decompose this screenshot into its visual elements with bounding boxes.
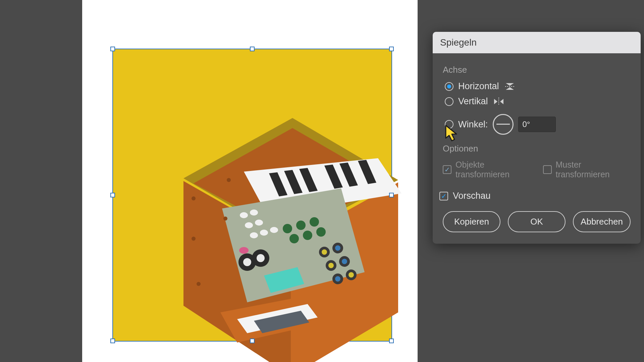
selection-handle[interactable] [110, 193, 115, 197]
svg-point-34 [250, 232, 258, 238]
checkbox-preview[interactable] [439, 192, 448, 200]
svg-point-13 [296, 221, 306, 230]
svg-point-32 [245, 222, 253, 228]
artboard [82, 0, 418, 362]
selected-artwork[interactable] [112, 49, 392, 342]
svg-point-16 [303, 231, 312, 240]
angle-label: Winkel: [458, 119, 488, 130]
svg-point-49 [227, 178, 231, 182]
selection-handle[interactable] [110, 47, 115, 51]
synth-illustration [143, 98, 422, 362]
transform-patterns-label: Muster transformieren [556, 160, 631, 179]
ok-button[interactable]: OK [508, 211, 566, 232]
axis-vertical-row[interactable]: Vertikal [445, 96, 631, 107]
svg-point-35 [260, 230, 268, 236]
copy-button[interactable]: Kopieren [443, 211, 500, 232]
svg-point-31 [250, 209, 258, 216]
selection-handle[interactable] [389, 193, 394, 197]
selection-handle[interactable] [389, 47, 394, 51]
svg-point-41 [239, 247, 249, 254]
vertical-label: Vertikal [458, 96, 488, 107]
selection-handle[interactable] [250, 47, 255, 51]
svg-point-29 [335, 276, 340, 282]
vertical-axis-icon [493, 97, 505, 106]
radio-angle[interactable] [445, 120, 453, 129]
svg-marker-51 [506, 83, 514, 86]
options-section-label: Optionen [443, 143, 631, 154]
svg-marker-53 [506, 87, 514, 90]
radio-vertical[interactable] [445, 97, 453, 106]
svg-point-14 [310, 217, 319, 227]
svg-point-38 [243, 258, 251, 266]
svg-point-36 [270, 227, 278, 233]
svg-point-30 [240, 212, 248, 218]
axis-section-label: Achse [443, 65, 631, 75]
svg-point-12 [283, 224, 292, 233]
selection-handle[interactable] [389, 339, 394, 343]
svg-point-26 [348, 272, 354, 278]
horizontal-axis-icon [504, 82, 516, 91]
preview-row[interactable]: Vorschau [439, 191, 631, 201]
svg-point-28 [342, 259, 347, 264]
svg-point-25 [328, 263, 334, 268]
svg-marker-56 [500, 99, 503, 104]
reflect-dialog: Spiegeln Achse Horizontal Vertikal Winke… [433, 32, 641, 244]
transform-objects-label: Objekte transformieren [455, 160, 534, 179]
svg-point-17 [316, 227, 326, 237]
preview-label: Vorschau [453, 191, 491, 201]
axis-angle-row[interactable]: Winkel: [445, 114, 631, 135]
checkbox-transform-patterns [543, 165, 552, 174]
svg-point-24 [322, 249, 327, 255]
svg-point-47 [192, 237, 196, 241]
svg-point-46 [192, 196, 196, 200]
svg-point-50 [223, 217, 227, 221]
svg-point-27 [335, 245, 340, 251]
svg-point-15 [289, 234, 299, 243]
selection-handle[interactable] [110, 339, 115, 343]
svg-point-40 [257, 254, 265, 262]
axis-horizontal-row[interactable]: Horizontal [445, 81, 631, 92]
angle-input[interactable] [518, 117, 556, 132]
svg-marker-54 [494, 99, 497, 104]
selection-handle[interactable] [250, 339, 255, 343]
svg-point-48 [197, 282, 201, 286]
horizontal-label: Horizontal [458, 81, 499, 92]
radio-horizontal[interactable] [445, 82, 453, 91]
cancel-button[interactable]: Abbrechen [573, 211, 631, 232]
angle-dial[interactable] [493, 114, 514, 135]
dialog-title: Spiegeln [433, 32, 641, 53]
svg-point-33 [255, 220, 263, 226]
checkbox-transform-objects [443, 165, 451, 174]
